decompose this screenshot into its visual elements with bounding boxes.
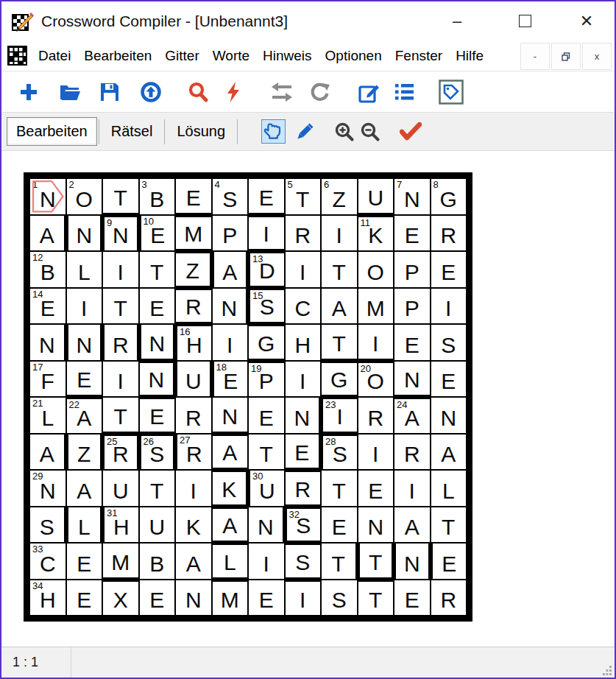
- grid-cell-r3c3[interactable]: I: [103, 252, 138, 287]
- grid-cell-r5c9[interactable]: T: [322, 325, 357, 359]
- undo-button[interactable]: [308, 80, 333, 105]
- grid-cell-r4c4[interactable]: E: [140, 289, 175, 324]
- grid-cell-r10c6[interactable]: A: [213, 509, 248, 541]
- grid-cell-r11c7[interactable]: I: [249, 543, 284, 579]
- grid-cell-r11c2[interactable]: E: [67, 543, 102, 579]
- tab-loesung[interactable]: Lösung: [166, 118, 236, 145]
- grid-cell-r12c5[interactable]: N: [176, 580, 211, 616]
- grid-cell-r1c12[interactable]: 8G: [431, 179, 467, 214]
- label-button[interactable]: [439, 80, 464, 105]
- grid-cell-r9c2[interactable]: A: [67, 471, 102, 506]
- grid-cell-r10c1[interactable]: S: [30, 507, 64, 543]
- grid-cell-r11c11[interactable]: N: [396, 543, 428, 579]
- grid-cell-r11c4[interactable]: B: [140, 543, 175, 579]
- swap-button[interactable]: [269, 80, 294, 105]
- resize-grip[interactable]: [603, 666, 612, 675]
- grid-cell-r9c9[interactable]: T: [322, 471, 357, 506]
- grid-cell-r1c10[interactable]: U: [358, 179, 394, 213]
- grid-cell-r11c1[interactable]: 33C: [30, 543, 66, 579]
- grid-cell-r7c12[interactable]: N: [431, 398, 467, 433]
- grid-cell-r4c2[interactable]: I: [67, 289, 102, 324]
- tab-raetsel[interactable]: Rätsel: [101, 118, 163, 145]
- grid-cell-r6c10[interactable]: 20O: [358, 363, 394, 397]
- grid-cell-r5c6[interactable]: I: [213, 325, 248, 360]
- grid-cell-r8c11[interactable]: R: [394, 435, 430, 470]
- grid-cell-r1c7[interactable]: E: [249, 179, 284, 213]
- close-button[interactable]: ✕: [569, 1, 604, 41]
- grid-cell-r5c10[interactable]: I: [358, 325, 394, 359]
- zoom-out-button[interactable]: [358, 119, 382, 144]
- grid-cell-r10c9[interactable]: E: [322, 507, 357, 543]
- grid-cell-r5c7[interactable]: G: [249, 326, 284, 359]
- grid-cell-r9c12[interactable]: L: [431, 471, 467, 506]
- grid-cell-r10c10[interactable]: N: [358, 507, 394, 543]
- grid-cell-r6c11[interactable]: N: [394, 362, 430, 395]
- grid-cell-r3c9[interactable]: T: [322, 252, 357, 287]
- grid-cell-r10c12[interactable]: T: [431, 507, 467, 543]
- grid-cell-r12c4[interactable]: E: [140, 580, 175, 616]
- grid-cell-r9c8[interactable]: R: [286, 472, 321, 504]
- grid-cell-r5c4[interactable]: N: [141, 325, 174, 359]
- autofill-button[interactable]: [221, 80, 246, 105]
- grid-cell-r11c9[interactable]: T: [322, 543, 355, 579]
- grid-cell-r8c7[interactable]: T: [249, 435, 284, 470]
- grid-cell-r8c2[interactable]: Z: [68, 435, 101, 470]
- zoom-in-button[interactable]: [332, 119, 356, 144]
- grid-cell-r10c8[interactable]: 32S: [287, 509, 321, 541]
- grid-cell-r4c7[interactable]: 15S: [250, 290, 284, 323]
- grid-cell-r8c10[interactable]: I: [358, 435, 394, 470]
- grid-cell-r7c11[interactable]: 24A: [394, 399, 430, 433]
- grid-cell-r4c6[interactable]: N: [213, 289, 247, 324]
- grid-cell-r1c1[interactable]: 1N: [30, 179, 66, 214]
- grid-cell-r2c2[interactable]: N: [68, 216, 101, 251]
- grid-cell-r6c1[interactable]: 17F: [30, 362, 66, 397]
- grid-cell-r3c2[interactable]: L: [67, 252, 102, 287]
- list-button[interactable]: [392, 80, 417, 105]
- grid-cell-r5c3[interactable]: R: [105, 325, 137, 360]
- grid-cell-r11c10[interactable]: T: [360, 543, 392, 577]
- menu-worte[interactable]: Worte: [206, 43, 256, 68]
- grid-cell-r1c3[interactable]: T: [103, 179, 138, 213]
- grid-cell-r3c10[interactable]: O: [358, 252, 394, 287]
- document-grid-icon[interactable]: [7, 46, 27, 66]
- grid-cell-r7c10[interactable]: R: [358, 398, 394, 433]
- grid-cell-r8c3[interactable]: 25R: [105, 436, 137, 470]
- grid-cell-r12c12[interactable]: R: [431, 580, 467, 616]
- grid-cell-r1c9[interactable]: 6Z: [322, 179, 357, 214]
- grid-cell-r6c6[interactable]: 18E: [214, 362, 248, 397]
- find-button[interactable]: [185, 80, 210, 105]
- grid-cell-r6c9[interactable]: G: [322, 363, 357, 395]
- grid-cell-r10c5[interactable]: K: [176, 507, 211, 543]
- grid-cell-r7c3[interactable]: T: [103, 398, 138, 432]
- minimize-button[interactable]: –: [439, 1, 475, 41]
- grid-cell-r1c6[interactable]: 4S: [213, 179, 248, 214]
- grid-cell-r6c2[interactable]: E: [67, 362, 102, 395]
- grid-cell-r12c6[interactable]: M: [213, 582, 248, 616]
- grid-cell-r1c8[interactable]: 5T: [286, 179, 321, 214]
- grid-cell-r11c5[interactable]: A: [176, 543, 211, 579]
- grid-cell-r12c3[interactable]: X: [103, 582, 138, 616]
- grid-cell-r8c5[interactable]: 27R: [177, 435, 211, 470]
- grid-cell-r6c3[interactable]: I: [103, 362, 138, 397]
- grid-cell-r2c11[interactable]: E: [394, 216, 430, 251]
- mdi-close-button[interactable]: x: [582, 43, 612, 70]
- grid-cell-r12c2[interactable]: E: [67, 580, 102, 616]
- pencil-tool-button[interactable]: [291, 119, 316, 144]
- grid-cell-r12c9[interactable]: S: [322, 580, 357, 616]
- edit-button[interactable]: [356, 80, 381, 105]
- tab-bearbeiten[interactable]: Bearbeiten: [7, 117, 97, 146]
- grid-cell-r5c11[interactable]: E: [394, 325, 430, 360]
- grid-cell-r8c12[interactable]: A: [431, 435, 467, 470]
- grid-cell-r10c7[interactable]: N: [249, 507, 283, 543]
- grid-cell-r2c5[interactable]: M: [176, 217, 211, 250]
- grid-cell-r2c10[interactable]: 11K: [358, 217, 394, 251]
- grid-cell-r4c12[interactable]: I: [431, 289, 467, 324]
- grid-cell-r9c6[interactable]: K: [213, 472, 247, 504]
- grid-cell-r5c2[interactable]: N: [68, 325, 101, 360]
- grid-cell-r1c5[interactable]: E: [176, 179, 211, 213]
- grid-cell-r12c1[interactable]: 34H: [30, 580, 66, 616]
- maximize-button[interactable]: [507, 1, 542, 41]
- grid-cell-r9c7[interactable]: 30U: [250, 471, 284, 506]
- grid-cell-r12c11[interactable]: E: [394, 580, 430, 616]
- grid-cell-r9c11[interactable]: I: [394, 471, 430, 506]
